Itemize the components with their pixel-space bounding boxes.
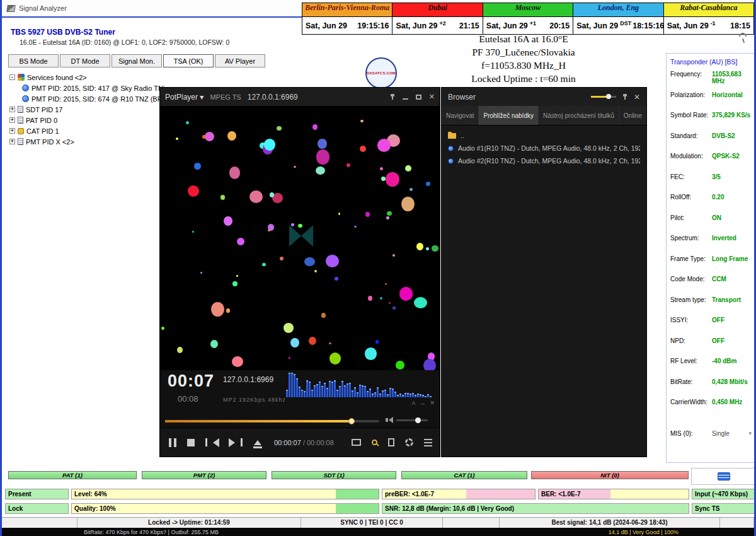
tree-item-pmt-pid-2015-sid-674-r10-tnz[interactable]: PMT PID: 2015, SID: 674 @ R10 TNZ (BP-TN… (7, 93, 164, 104)
dxsatcs-logo: DXSATCS.COM (365, 57, 397, 89)
transponder-row-bitrate: BitRate:0,428 Mbit/s (667, 377, 755, 398)
clock-london-eng: London, EngSat, Jun 29DST18:15:16 (573, 3, 663, 34)
tab-dt-mode[interactable]: DT Mode (60, 54, 110, 67)
status-sync-ts: Sync TS (692, 503, 755, 514)
browser-audio-item[interactable]: Audio #1(R10 TNZ) - Dutch, MPEG Audio, 4… (448, 142, 640, 154)
expand-icon[interactable]: + (9, 117, 15, 123)
param-value: 375,829 KS/s (712, 112, 752, 119)
browser-tab-navigovat[interactable]: Navigovat (442, 106, 479, 125)
pin-icon[interactable] (622, 94, 627, 100)
browser-tab-prohl-e-nab-dky[interactable]: Prohlížeč nabídky (479, 106, 539, 125)
volume-knob[interactable] (415, 417, 421, 423)
screen-button[interactable] (352, 439, 361, 446)
statusbar-spacer (443, 518, 500, 528)
param-label: Modulation: (670, 153, 712, 160)
expand-icon[interactable]: + (9, 107, 15, 112)
video-shape (289, 225, 301, 247)
volume-control[interactable] (386, 417, 428, 423)
menu-button[interactable] (424, 438, 432, 447)
titlebar-divider (2, 16, 303, 18)
clock-city-label: London, Eng (573, 3, 663, 17)
transponder-row-npd: NPD:OFF (667, 336, 755, 357)
statusbar-cell: Best signal: 14,1 dB (2024-06-29 18:43) (500, 518, 720, 528)
previous-button[interactable] (204, 438, 219, 447)
param-label: Pilot: (670, 214, 712, 221)
services-tree: -Services found <2>PMT PID: 2015, SID: 4… (7, 72, 164, 463)
tree-item-services-found-2[interactable]: -Services found <2> (7, 72, 164, 83)
browser-tabs: NavigovatProhlížeč nabídkyNástroj prochá… (442, 106, 646, 125)
pid-bar-cat-1: CAT (1) (401, 471, 527, 479)
tree-item-sdt-pid-17[interactable]: +SDT PID 17 (7, 104, 164, 115)
param-label: Symbol Rate: (670, 112, 712, 119)
overlay-line: Locked Uptime : t=60 min (435, 72, 612, 85)
close-icon[interactable]: ✕ (634, 93, 640, 102)
next-button[interactable] (229, 438, 244, 447)
clock-rabat-casablanca: Rabat-CasablancaSat, Jun 29-118:15 (663, 3, 753, 34)
overlay-line: f=11053.830 MHz_H (435, 59, 612, 72)
video-area[interactable] (160, 106, 440, 370)
browser-titlebar[interactable]: Browser ✕ (442, 88, 646, 106)
player-menu-button[interactable]: PotPlayer ▾ (165, 93, 203, 102)
mini-icon[interactable]: ↔ (420, 400, 425, 406)
transponder-toolbox[interactable] (691, 468, 756, 485)
eject-button[interactable] (253, 436, 262, 448)
collapse-icon[interactable]: - (9, 74, 15, 80)
transponder-row-carrierwidth: CarrierWidth:0,450 MHz (667, 397, 755, 418)
clock-time: 18:15:16 (633, 21, 664, 30)
param-label: RollOff: (670, 194, 712, 201)
maximize-icon[interactable] (416, 95, 421, 100)
param-label: FEC: (670, 173, 712, 180)
expand-icon[interactable]: + (9, 128, 15, 134)
clock-date: Sat, Jun 29 (486, 21, 528, 30)
search-button[interactable] (372, 440, 377, 445)
tree-item-cat-pid-1[interactable]: +CAT PID 1 (7, 125, 164, 136)
bottom-strip-bitrate: BitRate: 470 Kbps for 470 Kbps? | Outbuf… (84, 529, 219, 535)
seek-bar[interactable] (165, 420, 379, 422)
tab-signal-mon[interactable]: Signal Mon. (112, 54, 162, 67)
player-titlebar[interactable]: PotPlayer ▾ MPEG TS 127.0.0.1:6969 ✕ (160, 88, 440, 106)
pin-icon[interactable] (390, 94, 395, 100)
seek-fill (165, 420, 352, 422)
minimize-icon[interactable] (403, 98, 408, 100)
transponder-row-symbol-rate: Symbol Rate:375,829 KS/s (667, 110, 755, 131)
browser-tab-n-stroj-proch-zen-titulk[interactable]: Nástroj procházení titulků (539, 106, 619, 125)
mini-icon[interactable]: ✕ (430, 400, 435, 406)
param-value: OFF (712, 337, 752, 344)
expand-icon[interactable]: + (9, 139, 15, 144)
chevron-down-icon[interactable]: ▾ (748, 430, 752, 436)
opacity-knob[interactable] (606, 94, 611, 99)
param-label: Frequency: (670, 71, 712, 78)
tab-bs-mode[interactable]: BS Mode (8, 54, 59, 67)
tree-item-pat-pid-0[interactable]: +PAT PID 0 (7, 115, 164, 125)
playlist-button[interactable] (388, 438, 394, 446)
browser-window: Browser ✕ NavigovatProhlížeč nabídkyNást… (441, 87, 647, 457)
tree-item-pmt-pid-x-2[interactable]: +PMT PID X <2> (7, 136, 164, 147)
tab-tsa-ok[interactable]: TSA (OK) (163, 54, 214, 67)
settings-button[interactable] (405, 438, 413, 446)
pause-button[interactable] (168, 438, 178, 447)
browser-audio-item[interactable]: Audio #2(R10 TNZ) - Dutch, MPEG Audio, 4… (448, 154, 640, 167)
param-value: ON (712, 214, 752, 221)
browser-tab-online[interactable]: Online (619, 106, 646, 125)
statusbar-spacer (720, 518, 754, 528)
opacity-slider[interactable] (591, 96, 616, 98)
browser-up-item[interactable]: .. (448, 129, 640, 142)
doc-icon (18, 106, 23, 113)
statusbar-spacer (2, 518, 77, 528)
stream-url-label: 127.0.0.1:6969 (248, 93, 298, 102)
stop-button[interactable] (187, 439, 195, 446)
volume-slider[interactable] (396, 419, 428, 421)
seek-knob[interactable] (348, 418, 355, 424)
logo-text: DXSATCS.COM (367, 71, 396, 75)
status-present: Present (5, 489, 69, 499)
close-icon[interactable]: ✕ (429, 93, 435, 101)
player-mini-toolbar: A↔✕ (411, 400, 435, 406)
mini-icon[interactable]: A (411, 400, 415, 406)
transponder-row-rf-level: RF Level:-40 dBm (667, 356, 755, 377)
table-icon (718, 472, 730, 481)
tree-item-pmt-pid-2015-sid-417-sky-rad[interactable]: PMT PID: 2015, SID: 417 @ Sky Radio TNZ … (7, 83, 164, 93)
clock-dubai: DubaiSat, Jun 29+221:15 (392, 3, 482, 34)
clock-date: Sat, Jun 29 (576, 21, 618, 30)
status-snr: SNR: 12,8 dB (Margin: 10,6 dB | Very Goo… (382, 503, 689, 514)
tab-av-player[interactable]: AV Player (215, 54, 265, 67)
